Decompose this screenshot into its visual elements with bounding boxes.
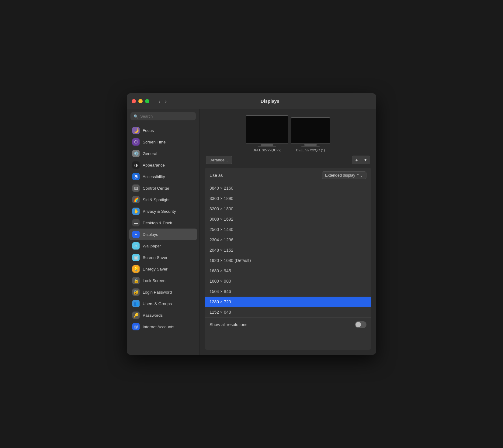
- sidebar-label-appearance: Appearance: [143, 163, 165, 167]
- resolution-item[interactable]: 1920 × 1080 (Default): [205, 255, 371, 266]
- resolution-item[interactable]: 3360 × 1890: [205, 193, 371, 204]
- back-button[interactable]: ‹: [157, 98, 162, 105]
- arrange-button[interactable]: Arrange...: [206, 156, 232, 164]
- monitor-2-base: [258, 146, 276, 147]
- search-container: 🔍: [127, 109, 199, 123]
- sidebar-icon-appearance: ◑: [132, 161, 140, 169]
- extended-display-chevron: ⌃⌄: [356, 173, 363, 177]
- add-dropdown-button[interactable]: ▾: [361, 156, 370, 164]
- maximize-button[interactable]: [145, 99, 149, 103]
- sidebar-label-energy-saver: Energy Saver: [143, 267, 168, 271]
- sidebar-item-users-groups[interactable]: 👥Users & Groups: [129, 298, 197, 309]
- show-all-row: Show all resolutions: [205, 317, 371, 332]
- sidebar-icon-focus: 🌙: [132, 127, 140, 134]
- resolution-item[interactable]: 1504 × 846: [205, 286, 371, 297]
- search-input[interactable]: [130, 112, 196, 120]
- controls-row: Arrange... + ▾: [206, 156, 370, 168]
- monitor-2-screen[interactable]: [246, 115, 288, 144]
- resolution-item[interactable]: 2304 × 1296: [205, 235, 371, 245]
- sidebar-icon-accessibility: ♿: [132, 173, 140, 180]
- sidebar-icon-general: ⚙️: [132, 150, 140, 157]
- sidebar-label-screen-time: Screen Time: [143, 140, 166, 144]
- sidebar-label-wallpaper: Wallpaper: [143, 244, 161, 248]
- sidebar-icon-energy-saver: 💡: [132, 265, 140, 273]
- sidebar-item-energy-saver[interactable]: 💡Energy Saver: [129, 263, 197, 275]
- sidebar-icon-passwords: 🔑: [132, 312, 140, 319]
- sidebar-label-privacy-security: Privacy & Security: [143, 209, 176, 214]
- main-content: 🔍 🌙Focus⏱Screen Time⚙️General◑Appearance…: [127, 109, 376, 355]
- sidebar-icon-internet-accounts: @: [132, 323, 140, 330]
- sidebar-label-users-groups: Users & Groups: [143, 302, 172, 306]
- resolution-item[interactable]: 2560 × 1440: [205, 224, 371, 235]
- sidebar-icon-lock-screen: 🔒: [132, 277, 140, 284]
- extended-display-label: Extended display: [325, 173, 355, 177]
- sidebar-icon-displays: ✦: [132, 231, 140, 238]
- sidebar-icon-screen-time: ⏱: [132, 138, 140, 146]
- toggle-knob: [356, 322, 361, 327]
- sidebar-item-focus[interactable]: 🌙Focus: [129, 125, 197, 136]
- monitor-1-screen[interactable]: [291, 117, 330, 144]
- sidebar-item-login-password[interactable]: 🔐Login Password: [129, 286, 197, 298]
- traffic-lights: [132, 99, 149, 103]
- show-all-toggle[interactable]: [355, 321, 366, 328]
- main-window: ‹ › Displays 🔍 🌙Focus⏱Screen Time⚙️Gener…: [127, 93, 376, 355]
- add-display-button[interactable]: +: [352, 156, 361, 164]
- sidebar-item-general[interactable]: ⚙️General: [129, 148, 197, 159]
- minimize-button[interactable]: [138, 99, 143, 103]
- sidebar-label-login-password: Login Password: [143, 290, 172, 295]
- sidebar-label-general: General: [143, 151, 157, 156]
- sidebar-label-control-center: Control Center: [143, 186, 169, 191]
- resolution-item[interactable]: 3840 × 2160: [205, 183, 371, 193]
- add-button-group: + ▾: [352, 156, 370, 164]
- display-settings-panel: Use as Extended display ⌃⌄ 3840 × 216033…: [205, 168, 371, 350]
- forward-button[interactable]: ›: [163, 98, 169, 105]
- resolution-item[interactable]: 1152 × 648: [205, 307, 371, 317]
- monitor-1-base: [301, 146, 320, 147]
- sidebar-item-screen-time[interactable]: ⏱Screen Time: [129, 136, 197, 148]
- use-as-label: Use as: [210, 173, 223, 178]
- sidebar-label-siri-spotlight: Siri & Spotlight: [143, 198, 170, 202]
- sidebar-item-desktop-dock[interactable]: ▬Desktop & Dock: [129, 217, 197, 229]
- sidebar-label-desktop-dock: Desktop & Dock: [143, 221, 172, 225]
- sidebar-icon-control-center: ▤: [132, 184, 140, 192]
- search-icon: 🔍: [134, 114, 138, 119]
- sidebar: 🔍 🌙Focus⏱Screen Time⚙️General◑Appearance…: [127, 109, 200, 355]
- monitor-1-label: DELL S2722QC (1): [296, 148, 325, 152]
- sidebar-item-internet-accounts[interactable]: @Internet Accounts: [129, 321, 197, 333]
- sidebar-label-screen-saver: Screen Saver: [143, 255, 168, 260]
- sidebar-icon-wallpaper: ❄: [132, 242, 140, 250]
- window-title: Displays: [168, 98, 371, 104]
- resolution-item[interactable]: 1280 × 720: [205, 297, 371, 307]
- sidebar-item-wallpaper[interactable]: ❄Wallpaper: [129, 240, 197, 252]
- resolution-item[interactable]: 3200 × 1800: [205, 204, 371, 214]
- nav-buttons: ‹ ›: [157, 98, 168, 105]
- resolution-item[interactable]: 2048 × 1152: [205, 245, 371, 255]
- sidebar-icon-privacy-security: ✋: [132, 208, 140, 215]
- titlebar: ‹ › Displays: [127, 93, 376, 109]
- monitor-2-wrapper: DELL S2722QC (2): [246, 115, 288, 152]
- sidebar-item-passwords[interactable]: 🔑Passwords: [129, 309, 197, 321]
- monitor-2-label: DELL S2722QC (2): [253, 148, 282, 152]
- sidebar-label-passwords: Passwords: [143, 313, 163, 318]
- extended-display-button[interactable]: Extended display ⌃⌄: [322, 171, 366, 179]
- resolution-item[interactable]: 1600 × 900: [205, 276, 371, 286]
- sidebar-item-accessibility[interactable]: ♿Accessibility: [129, 171, 197, 182]
- sidebar-item-privacy-security[interactable]: ✋Privacy & Security: [129, 205, 197, 217]
- sidebar-label-accessibility: Accessibility: [143, 174, 165, 179]
- resolution-item[interactable]: 3008 × 1692: [205, 214, 371, 224]
- show-all-label: Show all resolutions: [210, 322, 248, 327]
- sidebar-icon-siri-spotlight: 🌈: [132, 196, 140, 203]
- sidebar-item-screen-saver[interactable]: ▣Screen Saver: [129, 252, 197, 263]
- close-button[interactable]: [132, 99, 136, 103]
- sidebar-item-displays[interactable]: ✦Displays: [129, 229, 197, 240]
- resolution-item[interactable]: 1680 × 945: [205, 266, 371, 276]
- monitor-1-wrapper: DELL S2722QC (1): [291, 117, 330, 152]
- sidebar-icon-desktop-dock: ▬: [132, 219, 140, 226]
- sidebar-item-control-center[interactable]: ▤Control Center: [129, 182, 197, 194]
- sidebar-item-siri-spotlight[interactable]: 🌈Siri & Spotlight: [129, 194, 197, 205]
- sidebar-icon-login-password: 🔐: [132, 288, 140, 296]
- sidebar-item-appearance[interactable]: ◑Appearance: [129, 159, 197, 171]
- sidebar-item-lock-screen[interactable]: 🔒Lock Screen: [129, 275, 197, 286]
- sidebar-label-internet-accounts: Internet Accounts: [143, 325, 174, 329]
- monitor-row: DELL S2722QC (2) DELL S2722QC (1): [246, 115, 330, 152]
